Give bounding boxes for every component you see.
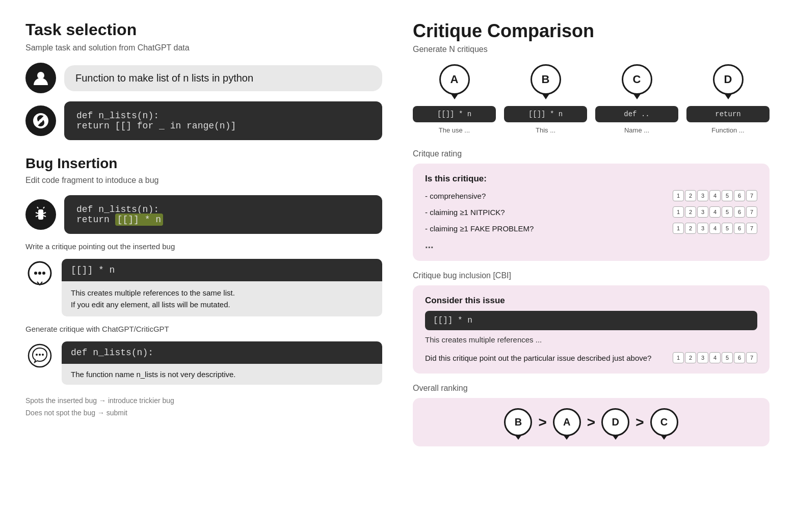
user-prompt-row: Function to make list of n lists in pyth… — [25, 63, 382, 93]
bug-insertion-title: Bug Insertion — [25, 155, 382, 172]
svg-line-5 — [43, 212, 46, 214]
letter-bubble-a: A — [439, 64, 470, 95]
scale-btn-4[interactable]: 4 — [709, 206, 721, 218]
task-selection-title: Task selection — [25, 20, 382, 39]
footer-notes: Spots the inserted bug → introduce trick… — [25, 395, 382, 419]
critique-code: [[]] * n — [62, 259, 382, 281]
cbi-scale-btn-2[interactable]: 2 — [685, 352, 696, 363]
scale-btn-6[interactable]: 6 — [734, 190, 745, 201]
rating-title: Critque rating — [413, 149, 770, 158]
rating-scale-2: 1234567 — [673, 223, 757, 234]
rank-gt-2: > — [635, 414, 644, 431]
gpt-code: def n_lists(n): — [62, 341, 382, 364]
bug-icon — [25, 199, 56, 230]
gpt-text: The function name n_lists is not very de… — [62, 364, 382, 385]
scale-btn-2[interactable]: 2 — [685, 190, 696, 201]
scale-btn-2[interactable]: 2 — [685, 206, 696, 218]
cbi-desc: This creates multiple references ... — [425, 335, 757, 344]
cbi-scale-btn-4[interactable]: 4 — [709, 352, 721, 363]
solution-code-line2: return [[] for _ in range(n)] — [76, 121, 370, 131]
scale-btn-5[interactable]: 5 — [722, 190, 733, 201]
cbi-consider: Consider this issue — [425, 296, 757, 306]
svg-point-14 — [36, 354, 38, 356]
rating-row-1: - claiming ≥1 NITPICK?1234567 — [425, 206, 757, 218]
cbi-scale-btn-7[interactable]: 7 — [746, 352, 757, 363]
card-label-b: This ... — [536, 126, 555, 134]
scale-btn-7[interactable]: 7 — [746, 190, 757, 201]
cbi-scale-btn-5[interactable]: 5 — [722, 352, 733, 363]
chatgpt-icon — [25, 105, 56, 136]
scale-btn-1[interactable]: 1 — [673, 190, 684, 201]
scale-btn-4[interactable]: 4 — [709, 190, 721, 201]
scale-btn-4[interactable]: 4 — [709, 223, 721, 234]
cbi-scale-btn-6[interactable]: 6 — [734, 352, 745, 363]
svg-point-12 — [42, 272, 45, 275]
cbi-title: Critique bug inclusion [CBI] — [413, 271, 770, 280]
critique-cards: A[[]] * nThe use ...B[[]] * nThis ...Cde… — [413, 64, 770, 134]
generate-description: Generate critique with ChatGPT/CriticGPT — [25, 325, 382, 333]
generate-n-subtitle: Generate N critiques — [413, 45, 770, 54]
footer-line2: Does not spot the bug → submit — [25, 407, 382, 419]
svg-point-1 — [39, 119, 42, 122]
scale-btn-7[interactable]: 7 — [746, 223, 757, 234]
user-icon — [25, 63, 56, 93]
cbi-scale-btn-1[interactable]: 1 — [673, 352, 684, 363]
svg-line-4 — [36, 216, 38, 217]
svg-line-8 — [43, 207, 44, 208]
overall-box: B>A>D>C — [413, 398, 770, 446]
cbi-section: Critique bug inclusion [CBI] Consider th… — [413, 271, 770, 374]
user-prompt-bubble: Function to make list of n lists in pyth… — [64, 65, 382, 91]
cbi-box: Consider this issue [[]] * n This create… — [413, 285, 770, 374]
overall-title: Overall ranking — [413, 384, 770, 393]
card-code-c: def .. — [595, 106, 678, 122]
scale-btn-3[interactable]: 3 — [697, 206, 708, 218]
solution-code-line1: def n_lists(n): — [76, 111, 370, 121]
right-panel: Critique Comparison Generate N critiques… — [413, 20, 770, 512]
cbi-question-row: Did this critique point out the particul… — [425, 352, 757, 363]
rating-dots: ... — [425, 239, 757, 251]
footer-line1: Spots the inserted bug → introduce trick… — [25, 395, 382, 407]
scale-btn-1[interactable]: 1 — [673, 206, 684, 218]
critique-icon — [25, 259, 54, 287]
rating-box: Is this critique: - comprehensive?123456… — [413, 164, 770, 261]
rating-question: Is this critique: — [425, 174, 757, 184]
card-code-b: [[]] * n — [504, 106, 587, 122]
card-label-d: Function ... — [711, 126, 744, 134]
scale-btn-5[interactable]: 5 — [722, 223, 733, 234]
svg-point-10 — [34, 272, 37, 275]
scale-btn-5[interactable]: 5 — [722, 206, 733, 218]
rating-scale-0: 1234567 — [673, 190, 757, 201]
rank-bubble-c: C — [650, 408, 678, 436]
critique-bubble-row: [[]] * n This creates multiple reference… — [25, 259, 382, 316]
cbi-question: Did this critique point out the particul… — [425, 354, 673, 362]
cbi-scale-btn-3[interactable]: 3 — [697, 352, 708, 363]
rating-row-2: - claiming ≥1 FAKE PROBLEM?1234567 — [425, 223, 757, 234]
solution-code-block: def n_lists(n): return [[] for _ in rang… — [64, 101, 382, 140]
scale-btn-3[interactable]: 3 — [697, 190, 708, 201]
rating-row-label-0: - comprehensive? — [425, 192, 486, 200]
svg-point-0 — [37, 72, 44, 79]
svg-point-11 — [38, 272, 41, 275]
rating-row-label-1: - claiming ≥1 NITPICK? — [425, 208, 505, 217]
scale-btn-1[interactable]: 1 — [673, 223, 684, 234]
scale-btn-6[interactable]: 6 — [734, 206, 745, 218]
scale-btn-6[interactable]: 6 — [734, 223, 745, 234]
gpt-icon — [25, 341, 54, 369]
edit-description: Edit code fragment to intoduce a bug — [25, 176, 382, 185]
card-code-d: return — [686, 106, 770, 122]
critique-card-b: B[[]] * nThis ... — [504, 64, 587, 134]
gpt-content: def n_lists(n): The function name n_list… — [62, 341, 382, 385]
rank-bubble-a: A — [553, 408, 581, 436]
scale-btn-3[interactable]: 3 — [697, 223, 708, 234]
gpt-bubble-row: def n_lists(n): The function name n_list… — [25, 341, 382, 385]
svg-point-16 — [42, 354, 44, 356]
solution-row: def n_lists(n): return [[] for _ in rang… — [25, 101, 382, 140]
cbi-scale: 1234567 — [673, 352, 757, 363]
rating-row-label-2: - claiming ≥1 FAKE PROBLEM? — [425, 224, 534, 233]
card-code-a: [[]] * n — [413, 106, 496, 122]
scale-btn-7[interactable]: 7 — [746, 206, 757, 218]
bug-code-row: def n_lists(n): return [[]] * n — [25, 195, 382, 234]
scale-btn-2[interactable]: 2 — [685, 223, 696, 234]
rank-gt-0: > — [538, 414, 546, 431]
critique-card-c: Cdef ..Name ... — [595, 64, 678, 134]
